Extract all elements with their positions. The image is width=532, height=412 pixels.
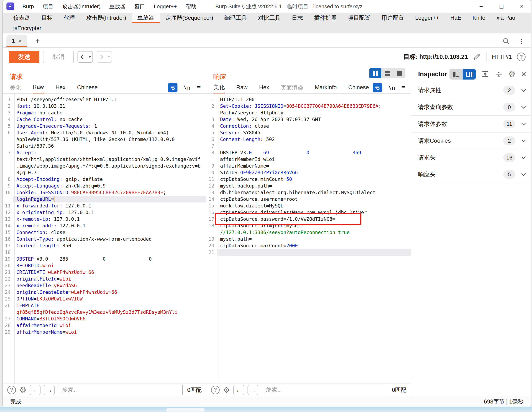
editor-line[interactable]: 15Connection: close [3, 229, 206, 236]
menu-window[interactable]: 窗口 [130, 3, 149, 10]
newline-toggle-icon[interactable]: \n [184, 84, 190, 91]
search-icon[interactable] [502, 37, 510, 45]
tab-extensions[interactable]: 插件扩展 [309, 13, 342, 23]
editor-line[interactable]: 26TEMPLATE= [3, 302, 206, 309]
tab-jsencrypter[interactable]: jsEncrypter [8, 23, 47, 33]
editor-line[interactable]: 22originalFileId=wLoi [3, 275, 206, 282]
editor-line[interactable]: 25OPTION=LKDxOWOWLIxwVIOW [3, 295, 206, 302]
history-back-button[interactable] [77, 51, 93, 63]
editor-line[interactable]: Path=/seeyon; HttpOnly [206, 110, 411, 116]
editor-line[interactable]: 24originalCreateDate=wLehP4whzUoiw=66 [3, 289, 206, 295]
editor-line[interactable]: 3Date: Wed, 26 Apr 2023 07:07:37 GMT [206, 116, 411, 123]
editor-line[interactable]: //127.0.0.1:3306/seeyon?autoReconnection… [206, 229, 411, 236]
expand-all-icon[interactable] [481, 70, 489, 78]
editor-line[interactable]: 13x-remote-ip: 127.0.0.1 [3, 216, 206, 222]
editor-line[interactable]: 12x-originating-ip: 127.0.0.1 [3, 209, 206, 216]
request-tab-raw[interactable]: Raw [33, 82, 44, 93]
inspector-section-query-params[interactable]: 请求查询参数 0 [411, 99, 531, 116]
editor-line[interactable]: 16Content-Type: application/x-www-form-u… [3, 236, 206, 242]
request-editor[interactable]: 1POST /seeyon/officeservlet HTTP/1.12Hos… [3, 94, 206, 384]
tab-repeater[interactable]: 重放器 [132, 13, 160, 23]
search-prev-button[interactable]: ← [30, 385, 40, 395]
inspector-settings-gear-icon[interactable]: ⚙ [508, 70, 515, 78]
back-dropdown-icon[interactable] [87, 52, 93, 62]
editor-line[interactable]: 3;q=0.7 [3, 169, 206, 176]
response-tab-chinese[interactable]: Chinese [348, 82, 369, 93]
layout-columns-button[interactable] [369, 68, 381, 78]
layout-rows-button[interactable] [381, 68, 393, 78]
request-tab-pretty[interactable]: 美化 [10, 82, 21, 93]
editor-line[interactable]: 28affairMemberId=wLoi [3, 322, 206, 329]
help-icon[interactable]: ? [517, 53, 526, 61]
dock-left-button[interactable] [449, 69, 463, 80]
editor-line[interactable]: text/html,application/xhtml+xml,applicat… [3, 156, 206, 163]
response-search-input[interactable] [262, 385, 386, 395]
cancel-button[interactable]: 取消 [43, 51, 74, 63]
editor-line[interactable]: Safari/537.36 [3, 143, 206, 149]
search-next-button[interactable]: → [44, 385, 55, 395]
menu-intruder[interactable]: 攻击器(Intruder) [58, 3, 105, 10]
editor-menu-icon[interactable]: ≡ [401, 84, 405, 92]
tab-loggerpp[interactable]: Logger++ [410, 13, 445, 23]
inspector-section-body-params[interactable]: 请求体参数 11 [411, 116, 531, 132]
editor-line[interactable]: affairMemberId=wLoi [206, 156, 411, 163]
chevron-down-icon[interactable] [521, 155, 526, 159]
editor-line[interactable]: 12mysql.backup.path= [206, 183, 411, 189]
editor-line[interactable]: 2Host: 10.0.103.21 [3, 103, 206, 110]
editor-line[interactable]: 4Cache-Control: no-cache [3, 116, 206, 123]
inspector-section-request-headers[interactable]: 请求头 16 [411, 149, 531, 166]
editor-line[interactable]: 5Server: SY8045 [206, 129, 411, 136]
search-settings-gear-icon[interactable]: ⚙ [223, 386, 230, 394]
editor-line[interactable]: 10Cookie: JSESSIONID=98FCAEBB95CCBEB2C72… [3, 189, 206, 196]
search-next-button[interactable]: → [247, 385, 258, 395]
forward-dropdown-icon[interactable] [106, 52, 112, 62]
tab-logger[interactable]: 日志 [286, 13, 309, 23]
editor-line[interactable]: 3Pragma: no-cache [3, 110, 206, 116]
editor-line[interactable]: 1HTTP/1.1 200 [206, 96, 411, 103]
tab-hae[interactable]: HaE [445, 13, 467, 23]
editor-line[interactable]: 21 [206, 249, 411, 256]
editor-line[interactable]: 16ctpDataSource.driverClassName=com.mysq… [206, 209, 411, 216]
editor-line[interactable]: AppleWebKit/537.36 (KHTML, like Gecko) C… [3, 136, 206, 143]
editor-line[interactable]: 18 [3, 249, 206, 256]
tab-comparer[interactable]: 对比工具 [253, 13, 286, 23]
inspector-section-response-headers[interactable]: 响应头 5 [411, 166, 531, 183]
search-help-icon[interactable]: ? [7, 386, 16, 394]
editor-line[interactable]: 10STATUS=OF9k2ZBUZPYiXcRRoV66 [206, 169, 411, 176]
menu-burp[interactable]: Burp [18, 3, 38, 10]
request-tab-chinese[interactable]: Chinese [77, 82, 98, 93]
editor-line[interactable]: 2Set-Cookie: JSESSIONID=8054BCCB77004B79… [206, 103, 411, 110]
response-tab-render[interactable]: 页面渲染 [281, 82, 303, 93]
request-search-input[interactable] [58, 385, 183, 395]
send-button[interactable]: 发送 [9, 51, 39, 63]
menu-loggerpp[interactable]: Logger++ [149, 3, 181, 10]
maximize-button[interactable]: □ [498, 3, 505, 10]
word-wrap-icon[interactable] [373, 83, 382, 92]
response-tab-markinfo[interactable]: MarkInfo [315, 82, 337, 93]
inspector-section-cookies[interactable]: 请求Cookies 2 [411, 132, 531, 149]
history-forward-button[interactable] [97, 51, 112, 63]
search-prev-button[interactable]: ← [233, 385, 244, 395]
chevron-down-icon[interactable] [521, 138, 526, 142]
editor-line[interactable]: 17Content-Length: 350 [3, 242, 206, 249]
editor-line[interactable]: 19DBSTEP V3.0 285 0 0 [3, 256, 206, 262]
inspector-close-icon[interactable]: × [521, 70, 526, 79]
editor-line[interactable]: 18ctpDataSource.url=jdbc:mysql: [206, 222, 411, 229]
minimize-button[interactable]: − [477, 3, 485, 10]
tab-xia-pao[interactable]: xia Pao [491, 13, 521, 23]
editor-line[interactable]: 29affairMemberName=wLoi [3, 329, 206, 335]
editor-line[interactable]: 8Accept-Encoding: gzip, deflate [3, 176, 206, 183]
response-tab-raw[interactable]: Raw [236, 82, 247, 93]
request-tab-hex[interactable]: Hex [56, 82, 66, 93]
editor-line[interactable]: 23needReadFile=yRWZdAS6 [3, 282, 206, 289]
editor-line[interactable]: 11x-forwarded-for: 127.0.0.1 [3, 202, 206, 209]
response-tab-hex[interactable]: Hex [259, 82, 269, 93]
tab-decoder[interactable]: 编码工具 [219, 13, 253, 23]
chevron-down-icon[interactable] [521, 104, 526, 108]
edit-target-pencil-icon[interactable] [473, 53, 481, 61]
session-tab-close-icon[interactable]: × [19, 38, 22, 44]
editor-line[interactable]: 14ctpDataSource.username=root [206, 196, 411, 202]
editor-line[interactable]: 14x-remote-addr: 127.0.0.1 [3, 222, 206, 229]
dock-right-button[interactable] [463, 69, 476, 80]
inspector-section-request-attributes[interactable]: 请求属性 2 [411, 82, 531, 99]
